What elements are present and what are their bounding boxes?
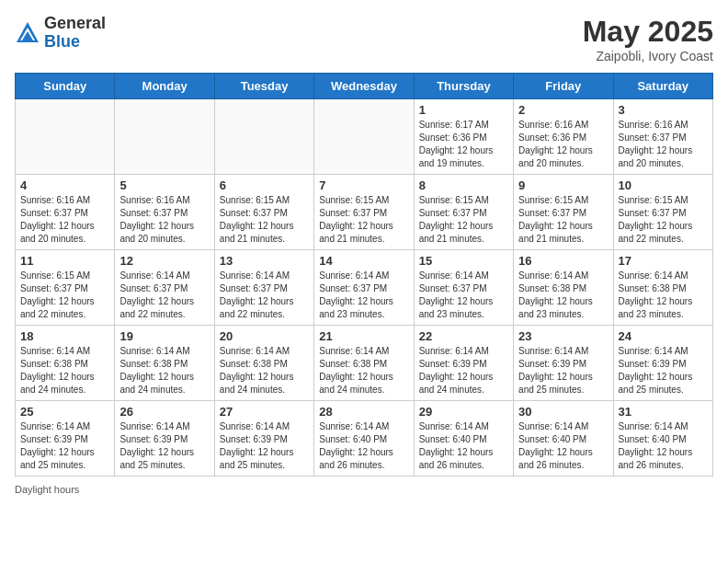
- calendar-cell: 16Sunrise: 6:14 AM Sunset: 6:38 PM Dayli…: [514, 250, 613, 326]
- day-number: 29: [419, 405, 508, 419]
- logo: General Blue: [15, 15, 106, 52]
- day-number: 28: [319, 405, 408, 419]
- day-number: 2: [518, 103, 608, 117]
- day-number: 15: [419, 254, 508, 268]
- day-info: Sunrise: 6:14 AM Sunset: 6:39 PM Dayligh…: [518, 345, 608, 396]
- title-area: May 2025 Zaipobli, Ivory Coast: [583, 15, 713, 63]
- day-info: Sunrise: 6:14 AM Sunset: 6:40 PM Dayligh…: [518, 420, 608, 472]
- calendar-cell: 14Sunrise: 6:14 AM Sunset: 6:37 PM Dayli…: [314, 250, 414, 326]
- calendar-cell: 8Sunrise: 6:15 AM Sunset: 6:37 PM Daylig…: [414, 175, 513, 250]
- logo-general: General: [44, 15, 106, 33]
- day-info: Sunrise: 6:14 AM Sunset: 6:38 PM Dayligh…: [220, 345, 309, 396]
- footer-text: Daylight hours: [15, 484, 79, 495]
- day-info: Sunrise: 6:14 AM Sunset: 6:38 PM Dayligh…: [119, 345, 209, 396]
- calendar-cell: 19Sunrise: 6:14 AM Sunset: 6:38 PM Dayli…: [115, 326, 214, 401]
- day-info: Sunrise: 6:14 AM Sunset: 6:39 PM Dayligh…: [220, 420, 309, 472]
- calendar-cell: 21Sunrise: 6:14 AM Sunset: 6:38 PM Dayli…: [314, 326, 414, 401]
- day-number: 17: [619, 254, 708, 268]
- calendar-week-row: 18Sunrise: 6:14 AM Sunset: 6:38 PM Dayli…: [16, 326, 713, 401]
- logo-text: General Blue: [44, 15, 106, 52]
- day-info: Sunrise: 6:14 AM Sunset: 6:40 PM Dayligh…: [319, 420, 408, 472]
- day-number: 24: [619, 329, 708, 343]
- day-info: Sunrise: 6:16 AM Sunset: 6:37 PM Dayligh…: [619, 119, 708, 170]
- calendar-cell: 17Sunrise: 6:14 AM Sunset: 6:38 PM Dayli…: [613, 250, 712, 326]
- calendar-cell: 20Sunrise: 6:14 AM Sunset: 6:38 PM Dayli…: [214, 326, 313, 401]
- calendar-cell: [16, 99, 115, 175]
- calendar-cell: 4Sunrise: 6:16 AM Sunset: 6:37 PM Daylig…: [16, 175, 115, 250]
- calendar-cell: 15Sunrise: 6:14 AM Sunset: 6:37 PM Dayli…: [414, 250, 513, 326]
- day-number: 10: [619, 178, 708, 192]
- calendar-cell: 28Sunrise: 6:14 AM Sunset: 6:40 PM Dayli…: [314, 401, 414, 477]
- calendar-cell: 26Sunrise: 6:14 AM Sunset: 6:39 PM Dayli…: [115, 401, 214, 477]
- day-number: 19: [119, 329, 209, 343]
- calendar-cell: 1Sunrise: 6:17 AM Sunset: 6:36 PM Daylig…: [414, 99, 513, 175]
- calendar-day-header: Tuesday: [214, 74, 313, 99]
- day-info: Sunrise: 6:14 AM Sunset: 6:38 PM Dayligh…: [619, 270, 708, 321]
- day-number: 13: [220, 254, 309, 268]
- calendar-week-row: 25Sunrise: 6:14 AM Sunset: 6:39 PM Dayli…: [16, 401, 713, 477]
- day-info: Sunrise: 6:14 AM Sunset: 6:38 PM Dayligh…: [20, 345, 109, 396]
- calendar-cell: [115, 99, 214, 175]
- calendar-day-header: Saturday: [613, 74, 712, 99]
- calendar-cell: 6Sunrise: 6:15 AM Sunset: 6:37 PM Daylig…: [214, 175, 313, 250]
- day-info: Sunrise: 6:14 AM Sunset: 6:40 PM Dayligh…: [619, 420, 708, 472]
- day-info: Sunrise: 6:14 AM Sunset: 6:39 PM Dayligh…: [20, 420, 109, 472]
- calendar-day-header: Sunday: [16, 74, 115, 99]
- calendar-cell: 11Sunrise: 6:15 AM Sunset: 6:37 PM Dayli…: [16, 250, 115, 326]
- calendar-day-header: Thursday: [414, 74, 513, 99]
- day-info: Sunrise: 6:15 AM Sunset: 6:37 PM Dayligh…: [619, 194, 708, 246]
- day-info: Sunrise: 6:14 AM Sunset: 6:37 PM Dayligh…: [220, 270, 309, 321]
- day-info: Sunrise: 6:15 AM Sunset: 6:37 PM Dayligh…: [220, 194, 309, 246]
- day-number: 9: [518, 178, 608, 192]
- day-number: 3: [619, 103, 708, 117]
- calendar-day-header: Friday: [514, 74, 613, 99]
- day-number: 12: [119, 254, 209, 268]
- day-number: 20: [220, 329, 309, 343]
- day-number: 25: [20, 405, 109, 419]
- calendar-week-row: 1Sunrise: 6:17 AM Sunset: 6:36 PM Daylig…: [16, 99, 713, 175]
- day-info: Sunrise: 6:16 AM Sunset: 6:37 PM Dayligh…: [119, 194, 209, 246]
- calendar-week-row: 4Sunrise: 6:16 AM Sunset: 6:37 PM Daylig…: [16, 175, 713, 250]
- day-info: Sunrise: 6:14 AM Sunset: 6:37 PM Dayligh…: [319, 270, 408, 321]
- day-number: 1: [419, 103, 508, 117]
- calendar-cell: 10Sunrise: 6:15 AM Sunset: 6:37 PM Dayli…: [613, 175, 712, 250]
- calendar-cell: 3Sunrise: 6:16 AM Sunset: 6:37 PM Daylig…: [613, 99, 712, 175]
- day-info: Sunrise: 6:14 AM Sunset: 6:37 PM Dayligh…: [419, 270, 508, 321]
- calendar-cell: 2Sunrise: 6:16 AM Sunset: 6:36 PM Daylig…: [514, 99, 613, 175]
- day-number: 26: [119, 405, 209, 419]
- calendar-cell: 30Sunrise: 6:14 AM Sunset: 6:40 PM Dayli…: [514, 401, 613, 477]
- logo-blue: Blue: [44, 33, 106, 52]
- calendar-cell: 27Sunrise: 6:14 AM Sunset: 6:39 PM Dayli…: [214, 401, 313, 477]
- calendar-cell: 31Sunrise: 6:14 AM Sunset: 6:40 PM Dayli…: [613, 401, 712, 477]
- day-number: 11: [20, 254, 109, 268]
- calendar-day-header: Monday: [115, 74, 214, 99]
- day-info: Sunrise: 6:14 AM Sunset: 6:39 PM Dayligh…: [619, 345, 708, 396]
- day-number: 16: [518, 254, 608, 268]
- footer: Daylight hours: [15, 484, 713, 495]
- month-title: May 2025: [583, 15, 713, 49]
- calendar-cell: 12Sunrise: 6:14 AM Sunset: 6:37 PM Dayli…: [115, 250, 214, 326]
- day-info: Sunrise: 6:14 AM Sunset: 6:37 PM Dayligh…: [119, 270, 209, 321]
- calendar-week-row: 11Sunrise: 6:15 AM Sunset: 6:37 PM Dayli…: [16, 250, 713, 326]
- calendar-cell: [314, 99, 414, 175]
- location: Zaipobli, Ivory Coast: [583, 49, 713, 63]
- day-info: Sunrise: 6:14 AM Sunset: 6:40 PM Dayligh…: [419, 420, 508, 472]
- day-info: Sunrise: 6:14 AM Sunset: 6:38 PM Dayligh…: [319, 345, 408, 396]
- day-info: Sunrise: 6:14 AM Sunset: 6:39 PM Dayligh…: [119, 420, 209, 472]
- calendar-day-header: Wednesday: [314, 74, 414, 99]
- day-number: 27: [220, 405, 309, 419]
- logo-icon: [15, 20, 40, 46]
- day-info: Sunrise: 6:16 AM Sunset: 6:36 PM Dayligh…: [518, 119, 608, 170]
- day-number: 31: [619, 405, 708, 419]
- day-number: 4: [20, 178, 109, 192]
- day-info: Sunrise: 6:15 AM Sunset: 6:37 PM Dayligh…: [319, 194, 408, 246]
- calendar-table: SundayMondayTuesdayWednesdayThursdayFrid…: [15, 73, 713, 477]
- day-number: 7: [319, 178, 408, 192]
- page-header: General Blue May 2025 Zaipobli, Ivory Co…: [15, 15, 713, 63]
- day-info: Sunrise: 6:16 AM Sunset: 6:37 PM Dayligh…: [20, 194, 109, 246]
- day-number: 22: [419, 329, 508, 343]
- day-number: 18: [20, 329, 109, 343]
- calendar-cell: 9Sunrise: 6:15 AM Sunset: 6:37 PM Daylig…: [514, 175, 613, 250]
- day-number: 5: [119, 178, 209, 192]
- calendar-header-row: SundayMondayTuesdayWednesdayThursdayFrid…: [16, 74, 713, 99]
